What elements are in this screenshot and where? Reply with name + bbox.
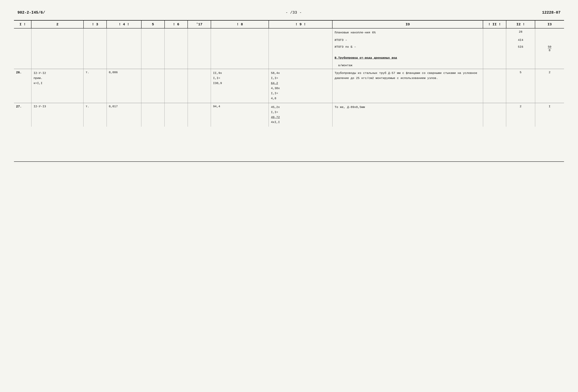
cell-empty — [269, 54, 333, 62]
cell-empty — [506, 54, 535, 62]
cell-empty — [211, 37, 269, 44]
cell-27-col13: I — [535, 103, 564, 127]
cell-empty — [165, 62, 188, 69]
col-header-8: ! 8 — [211, 20, 269, 28]
cell-empty — [84, 37, 107, 44]
cell-26-col12: 5 — [506, 69, 535, 103]
cell-empty — [165, 28, 188, 37]
main-table: I ! 2 ! 3 ! 4 ! 5 ! 6 '17 ! 8 ! 9 ! IO !… — [14, 20, 564, 162]
col9-line4: 4,38х — [271, 86, 330, 91]
cell-empty — [14, 54, 31, 62]
table-row-26: 26. I2-У-I2 прим. к=I,I т. 0,086 II,9х I… — [14, 69, 564, 103]
cell-26-col8: II,9х I,I= I30,9 — [211, 69, 269, 103]
cell-27-col12: 2 — [506, 103, 535, 127]
cell-27-col6 — [165, 103, 188, 127]
cell-empty — [535, 37, 564, 44]
cell-empty — [31, 28, 83, 37]
cell-empty — [141, 28, 165, 37]
cell-empty — [107, 54, 141, 62]
col-header-13: I3 — [535, 20, 564, 28]
cell-empty — [84, 54, 107, 62]
cell-empty — [535, 62, 564, 69]
cell-empty — [211, 62, 269, 69]
col-header-2: 2 — [31, 20, 83, 28]
cell-26-col10: Трубопроводы из стальных труб Д-57 мм с … — [332, 69, 483, 103]
cell-27-col2: I2-У-I3 — [31, 103, 83, 127]
cell-empty — [211, 44, 269, 54]
page-number: - /33 - — [286, 10, 302, 15]
spacer-row — [14, 127, 564, 162]
cell-empty — [188, 62, 211, 69]
doc-code: 12228-07 — [542, 10, 561, 15]
col-header-5: 5 — [141, 20, 165, 28]
cell-27-col11 — [483, 103, 506, 127]
cell-empty — [483, 54, 506, 62]
cell-planning-label: Плановые накопле-ния 6% — [332, 28, 483, 37]
cell-itogo1-value: 4I4 — [506, 37, 535, 44]
col-header-6: ! 6 — [165, 20, 188, 28]
row27-col9-line3: 49,72 — [271, 115, 330, 120]
table-row: ИТОГО – 4I4 — [14, 37, 564, 44]
cell-empty — [483, 28, 506, 37]
cell-empty — [14, 28, 31, 37]
cell-empty — [165, 54, 188, 62]
table-row: а/монтаж — [14, 62, 564, 69]
col9-line1: 58,4х — [271, 71, 330, 76]
col9-line5: I,I= — [271, 91, 330, 96]
table-row: ИТОГО по Б – 5I6 50 8 — [14, 44, 564, 54]
cell-empty — [141, 37, 165, 44]
cell-empty — [84, 28, 107, 37]
cell-27-col5 — [141, 103, 165, 127]
cell-26-num: 26. — [14, 69, 31, 103]
cell-empty — [269, 37, 333, 44]
cell-empty — [31, 54, 83, 62]
col8-line2: I,I= — [213, 76, 266, 81]
cell-empty — [535, 54, 564, 62]
cell-empty — [141, 62, 165, 69]
cell-27-col10: То же, Д-89х8,5мм — [332, 103, 483, 127]
cell-empty — [31, 62, 83, 69]
cell-empty — [483, 62, 506, 69]
cell-26-col2: I2-У-I2 прим. к=I,I — [31, 69, 83, 103]
col-header-3: ! 3 — [84, 20, 107, 28]
cell-empty — [84, 62, 107, 69]
cell-empty — [107, 44, 141, 54]
cell-empty — [269, 28, 333, 37]
cell-empty — [107, 28, 141, 37]
col-header-7: '17 — [188, 20, 211, 28]
cell-empty — [188, 28, 211, 37]
page-header: 902-2-I45/6/ - /33 - 12228-07 — [14, 10, 564, 15]
col9-line3: 64,2 — [271, 81, 330, 86]
cell-empty — [141, 44, 165, 54]
cell-26-col3: т. — [84, 69, 107, 103]
cell-empty — [506, 62, 535, 69]
cell-itogo1-label: ИТОГО – — [332, 37, 483, 44]
cell-empty — [535, 28, 564, 37]
cell-26-col6 — [165, 69, 188, 103]
table-row-27: 27. I2-У-I3 т. 0,017 94,4 45,2х I,I= 49,… — [14, 103, 564, 127]
cell-27-col7 — [188, 103, 211, 127]
row27-col9-line4: 4хI,I — [271, 120, 330, 125]
cell-section-b: В.Трубопровод от-вода дренажных вод — [332, 54, 483, 62]
col8-line1: II,9х — [213, 71, 266, 76]
fraction-50-8: 50 8 — [548, 45, 551, 52]
cell-empty — [107, 37, 141, 44]
cell-planning-value: 28 — [506, 28, 535, 37]
cell-itogo2-label: ИТОГО по Б – — [332, 44, 483, 54]
col9-line2: I,I= — [271, 76, 330, 81]
cell-empty — [211, 28, 269, 37]
cell-26-col5 — [141, 69, 165, 103]
cell-empty — [483, 44, 506, 54]
cell-empty — [165, 44, 188, 54]
cell-empty — [14, 37, 31, 44]
cell-27-col3: т. — [84, 103, 107, 127]
cell-27-col8: 94,4 — [211, 103, 269, 127]
col9-line6: 4,8 — [271, 96, 330, 101]
cell-empty — [188, 44, 211, 54]
cell-26-col11 — [483, 69, 506, 103]
cell-empty — [165, 37, 188, 44]
cell-26-col7 — [188, 69, 211, 103]
col-header-12: I2 ! — [506, 20, 535, 28]
cell-empty — [31, 37, 83, 44]
cell-empty — [269, 44, 333, 54]
